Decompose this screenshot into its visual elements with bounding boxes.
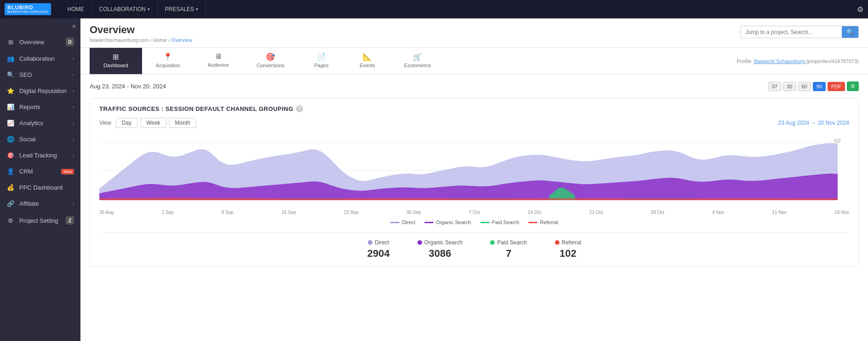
tabs-section: ⊞ Dashboard 📍 Acquisition 🖥 Audience 🎯 C… [80,48,868,75]
search-box[interactable]: 🔍 [740,26,859,38]
chevron-right-icon: › [73,104,74,110]
nav-items: HOME COLLABORATION ▾ PRESALES ▾ [60,0,857,18]
stat-referral: Referral 102 [555,239,582,260]
legend-paid-search: Paid Search [480,220,520,225]
date-90-button[interactable]: 90 [813,82,826,91]
chevron-right-icon: › [73,72,74,77]
organic-search-color [424,222,434,223]
nav-home[interactable]: HOME [60,0,92,18]
chevron-right-icon: › [73,88,74,93]
gear-icon[interactable]: ⚙ [857,5,863,14]
affiliate-icon: 🔗 [6,200,15,207]
page-title: Overview [90,24,192,36]
chart-container: 50 [99,133,849,215]
nav-presales[interactable]: PRESALES ▾ [158,0,206,18]
dashboard-tab-icon: ⊞ [113,52,119,61]
search-button[interactable]: 🔍 [842,26,858,38]
tab-events[interactable]: 📐 Events [344,48,390,74]
content-area: Overview bawarchischaumburg.com › Home ›… [80,18,868,341]
tab-pages[interactable]: 📄 Pages [298,48,344,74]
tabs-row: ⊞ Dashboard 📍 Acquisition 🖥 Audience 🎯 C… [90,48,445,74]
search-input[interactable] [741,27,842,38]
legend-referral: Referral [528,220,558,225]
lead-tracking-icon: 🎯 [6,152,15,159]
referral-color [528,222,537,223]
stat-paid-dot [490,240,495,245]
pages-tab-icon: 📄 [317,52,326,61]
sidebar-item-project-setting[interactable]: ⚙ Project Setting Z [0,212,80,229]
logo-text: BLUBIRD MARKETING SERVICES [5,3,51,15]
overview-icon: ⊞ [6,39,15,46]
sidebar-item-social[interactable]: 🌐 Social › [0,131,80,147]
date-30-button[interactable]: 30 [783,82,796,91]
sidebar-item-ppc-dashboard[interactable]: 💰 PPC Dashboard [0,179,80,196]
chevron-right-icon: › [73,121,74,126]
legend-organic-search: Organic Search [424,220,471,225]
stat-referral-dot [555,240,560,245]
chart-date-range: 23 Aug 2024 → 20 Nov 2024 [778,120,849,126]
view-week-button[interactable]: Week [140,118,166,128]
chevron-down-icon: ▾ [196,7,198,12]
sidebar-item-seo[interactable]: 🔍 SEO › [0,67,80,83]
paid-search-color [480,222,490,223]
stat-organic-search: Organic Search 3086 [417,239,463,260]
tab-conversions[interactable]: 🎯 Conversions [243,48,298,74]
chart-section: TRAFFIC SOURCES : SESSION DEFAULT CHANNE… [90,98,859,267]
help-icon[interactable]: ? [296,105,303,112]
pdf-button[interactable]: PDF [828,82,845,91]
view-buttons: View Day Week Month [99,118,196,128]
chevron-right-icon: › [73,137,74,142]
top-navigation: BLUBIRD MARKETING SERVICES HOME COLLABOR… [0,0,868,18]
analytics-icon: 📈 [6,120,15,127]
sidebar-item-collaboration[interactable]: 👥 Collaboration › [0,51,80,67]
view-month-button[interactable]: Month [169,118,196,128]
traffic-chart: 50 [99,133,849,207]
ppc-icon: 💰 [6,184,15,191]
sidebar: « ⊞ Overview D 👥 Collaboration › 🔍 SEO ›… [0,18,80,341]
chevron-right-icon: › [73,56,74,61]
direct-color [390,222,400,223]
social-icon: 🌐 [6,136,15,143]
date-60-button[interactable]: 60 [798,82,811,91]
chevron-down-icon: ▾ [148,7,150,12]
sidebar-item-digital-reputation[interactable]: ⭐ Digital Reputation › [0,83,80,99]
tab-acquisition[interactable]: 📍 Acquisition [142,48,194,74]
tab-audience[interactable]: 🖥 Audience [194,48,243,74]
x-axis-labels: 26 Aug 2 Sep 9 Sep 16 Sep 23 Sep 30 Sep … [99,210,849,215]
project-setting-icon: ⚙ [6,217,15,224]
sidebar-item-reports[interactable]: 📊 Reports › [0,99,80,115]
main-layout: « ⊞ Overview D 👥 Collaboration › 🔍 SEO ›… [0,18,868,341]
profile-note: Profile: Bawarchi Schaumburg (properties… [737,55,859,68]
stat-direct: Direct 2904 [367,239,390,260]
stat-organic-dot [417,240,422,245]
sidebar-item-crm[interactable]: 👤 CRM New [0,163,80,179]
ecommerce-tab-icon: 🛒 [413,52,422,61]
chart-legend: Direct Organic Search Paid Search Referr… [99,220,849,225]
collaboration-icon: 👥 [6,55,15,62]
date-7-button[interactable]: 07 [768,82,781,91]
tab-dashboard[interactable]: ⊞ Dashboard [90,48,142,74]
tab-ecommerce[interactable]: 🛒 Ecommerce [390,48,445,74]
reputation-icon: ⭐ [6,87,15,94]
chevron-right-icon: › [73,153,74,158]
audience-tab-icon: 🖥 [215,52,222,61]
chart-title: TRAFFIC SOURCES : SESSION DEFAULT CHANNE… [99,105,849,112]
sidebar-item-affiliate[interactable]: 🔗 Affiliate › [0,196,80,212]
profile-link[interactable]: Bawarchi Schaumburg [754,58,806,64]
logo[interactable]: BLUBIRD MARKETING SERVICES [5,3,51,15]
sidebar-item-overview[interactable]: ⊞ Overview D [0,33,80,51]
date-range-row: Aug 23, 2024 - Nov 20, 2024 07 30 60 90 … [90,81,859,91]
conversions-tab-icon: 🎯 [266,52,275,61]
legend-direct: Direct [390,220,415,225]
seo-icon: 🔍 [6,71,15,78]
view-controls: View Day Week Month 23 Aug 2024 → 20 Nov… [99,118,849,128]
nav-collaboration[interactable]: COLLABORATION ▾ [92,0,158,18]
acquisition-tab-icon: 📍 [163,52,172,61]
date-icons: 07 30 60 90 PDF ⚙ [768,81,859,91]
sidebar-item-analytics[interactable]: 📈 Analytics › [0,115,80,131]
config-button[interactable]: ⚙ [847,81,859,91]
sidebar-item-lead-tracking[interactable]: 🎯 Lead Tracking › [0,147,80,163]
view-day-button[interactable]: Day [116,118,137,128]
crm-icon: 👤 [6,168,15,175]
sidebar-collapse-button[interactable]: « [0,18,80,33]
